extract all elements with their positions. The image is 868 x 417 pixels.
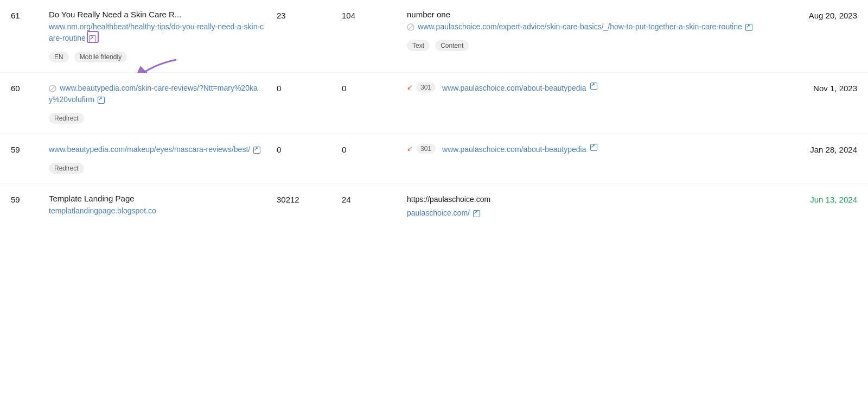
badges-container: Redirect [49,109,266,124]
page-cell: www.beautypedia.com/makeup/eyes/mascara-… [49,144,277,174]
date-value: Aug 20, 2023 [770,10,857,20]
page-url-link[interactable]: www.beautypedia.com/skin-care-reviews/?N… [49,84,258,104]
date-value: Jun 13, 2024 [770,194,857,204]
num1-value: 30212 [277,194,342,204]
redirect-arrow-icon: ↙ [407,144,413,153]
page-url-link[interactable]: templatlandingpage.blogspot.co [49,206,156,215]
external-link-icon[interactable] [253,147,260,154]
ref-badge-text: Text [407,40,430,51]
table-row: 59 Template Landing Page templatlandingp… [0,184,868,231]
num2-value: 0 [342,144,407,154]
num2-value: 24 [342,194,407,204]
redirect-arrow-icon: ↙ [407,83,413,91]
rank-value: 59 [11,144,49,154]
date-value: Jan 28, 2024 [770,144,857,154]
badges-container: Redirect [49,159,266,174]
page-cell: Do You Really Need a Skin Care R... www.… [49,10,277,62]
ref-external-icon[interactable] [745,24,752,31]
redirect-icon [49,85,56,92]
ref-link-row: ↙ 301 www.paulaschoice.com/about-beautyp… [407,144,760,155]
page-cell: www.beautypedia.com/skin-care-reviews/?N… [49,83,277,124]
badges-container: EN Mobile friendly [49,47,266,62]
page-url-link[interactable]: www.beautypedia.com/makeup/eyes/mascara-… [49,145,252,154]
page-cell: Template Landing Page templatlandingpage… [49,194,277,219]
ref-external-icon[interactable] [473,210,480,217]
redirect-badge: Redirect [49,113,84,124]
num2-value: 104 [342,10,407,20]
mobile-badge: Mobile friendly [74,52,127,62]
table-row: 59 www.beautypedia.com/makeup/eyes/masca… [0,134,868,184]
date-value: Nov 1, 2023 [770,83,857,93]
redirect-301-badge: 301 [416,144,436,154]
referring-cell: https://paulaschoice.com paulaschoice.co… [407,194,770,221]
redirect-badge: Redirect [49,163,84,174]
page-title: Template Landing Page [49,194,266,203]
ref-url-link[interactable]: https://paulaschoice.com [407,195,490,204]
lang-badge: EN [49,52,69,62]
referring-cell: number one www.paulaschoice.com/expert-a… [407,10,770,51]
ref-label: number one [407,10,760,19]
ref-link-row: ↙ 301 www.paulaschoice.com/about-beautyp… [407,83,760,94]
ref-badges-container: Text Content [407,36,760,51]
ref-url-link[interactable]: www.paulaschoice.com/expert-advice/skin-… [418,22,744,31]
table-row: 61 Do You Really Need a Skin Care R... w… [0,0,868,73]
ref-url-link[interactable]: www.paulaschoice.com/about-beautypedia [442,83,586,94]
svg-line-4 [50,86,55,91]
page-title: Do You Really Need a Skin Care R... [49,10,266,19]
rank-value: 61 [11,10,49,20]
external-link-icon[interactable] [98,97,105,104]
ref-url-plain: https://paulaschoice.com [407,194,760,205]
num2-value: 0 [342,83,407,93]
referring-cell: ↙ 301 www.paulaschoice.com/about-beautyp… [407,83,770,96]
redirect-301-badge: 301 [416,83,436,92]
svg-line-2 [409,25,413,29]
ref-badge-content: Content [435,40,469,51]
referring-cell: ↙ 301 www.paulaschoice.com/about-beautyp… [407,144,770,157]
ref-url2-link[interactable]: paulaschoice.com/ [407,208,472,217]
ref-external-icon[interactable] [590,83,597,90]
backlinks-table: 61 Do You Really Need a Skin Care R... w… [0,0,868,231]
ref-external-icon[interactable] [590,144,597,151]
num1-value: 23 [277,10,342,20]
external-link-icon[interactable] [89,35,96,42]
rank-value: 60 [11,83,49,93]
rank-value: 59 [11,194,49,204]
page-url-link[interactable]: www.nm.org/healthbeat/healthy-tips/do-yo… [49,22,264,42]
ref-url-link[interactable]: www.paulaschoice.com/about-beautypedia [442,144,586,155]
num1-value: 0 [277,83,342,93]
ref-redirect-icon [407,23,414,31]
table-row: 60 www.beautypedia.com/skin-care-reviews… [0,73,868,134]
num1-value: 0 [277,144,342,154]
